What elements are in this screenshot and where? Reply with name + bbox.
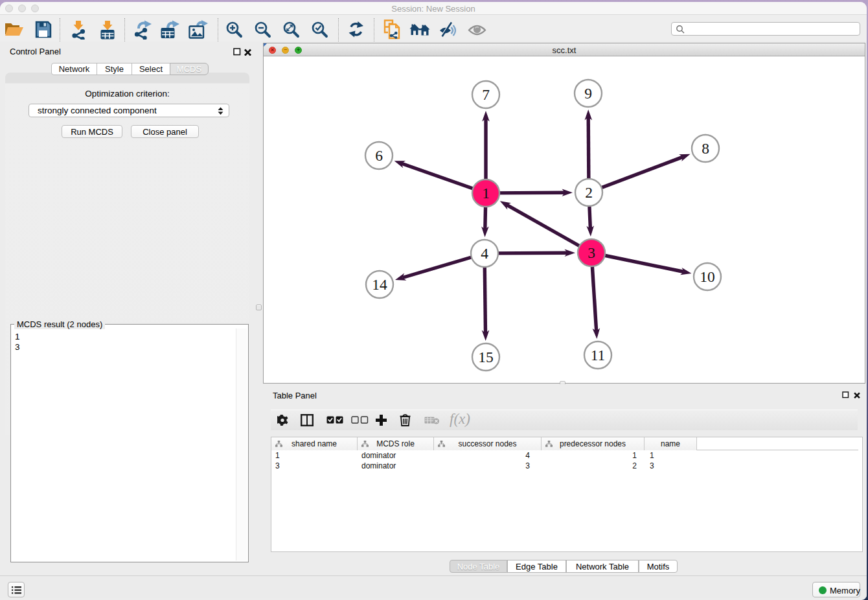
svg-text:6: 6	[375, 147, 383, 164]
svg-text:10: 10	[700, 268, 715, 285]
svg-text:14: 14	[372, 276, 387, 293]
svg-text:2: 2	[585, 184, 593, 201]
svg-text:4: 4	[481, 245, 488, 262]
svg-text:7: 7	[482, 86, 490, 103]
svg-text:9: 9	[584, 85, 592, 102]
svg-text:3: 3	[588, 244, 595, 261]
svg-text:1: 1	[482, 185, 490, 202]
svg-text:15: 15	[478, 349, 494, 365]
svg-text:11: 11	[591, 347, 606, 363]
svg-text:8: 8	[702, 140, 709, 157]
